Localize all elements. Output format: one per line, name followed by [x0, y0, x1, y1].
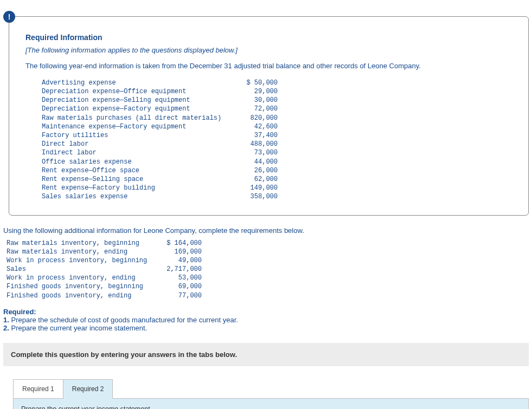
row-label: Office salaries expense — [42, 158, 229, 166]
row-value: 72,000 — [229, 105, 278, 113]
row-value: 820,000 — [229, 114, 278, 122]
tab-required-2[interactable]: Required 2 — [63, 379, 113, 399]
row-label: Rent expense—Office space — [42, 166, 229, 175]
table-row: Direct labor488,000 — [42, 140, 512, 148]
row-value: $ 164,000 — [158, 239, 202, 248]
tab-content-instruction: Prepare the current year income statemen… — [13, 398, 529, 409]
table-row: Rent expense—Office space26,000 — [42, 166, 512, 175]
table-row: Rent expense—Factory building149,000 — [42, 184, 512, 192]
row-label: Sales salaries expense — [42, 192, 229, 201]
trial-balance-table: Advertising expense$ 50,000Depreciation … — [42, 79, 512, 202]
table-row: Sales salaries expense358,000 — [42, 192, 512, 201]
row-value: 488,000 — [229, 140, 278, 148]
table-row: Office salaries expense44,000 — [42, 158, 512, 166]
tabs-row: Required 1 Required 2 — [13, 379, 529, 399]
row-value: 29,000 — [229, 87, 278, 96]
table-row: Raw materials inventory, ending169,000 — [7, 248, 529, 256]
table-row: Depreciation expense—Factory equipment72… — [42, 105, 512, 113]
row-value: 69,000 — [158, 282, 202, 291]
required-item-2: 2. Prepare the current year income state… — [3, 324, 147, 332]
required-block: Required: 1. Prepare the schedule of cos… — [3, 308, 529, 332]
row-value: 26,000 — [229, 166, 278, 175]
table-row: Maintenance expense—Factory equipment42,… — [42, 122, 512, 131]
narrative-text: The following year-end information is ta… — [25, 62, 512, 71]
table-row: Depreciation expense—Office equipment29,… — [42, 87, 512, 96]
table-row: Sales2,717,000 — [7, 265, 529, 274]
table-row: Factory utilities37,400 — [42, 131, 512, 140]
row-label: Sales — [7, 265, 158, 274]
table-row: Work in process inventory, ending53,000 — [7, 274, 529, 282]
row-label: Depreciation expense—Selling equipment — [42, 96, 229, 105]
tab-required-1[interactable]: Required 1 — [13, 379, 63, 399]
required-info-heading: Required Information — [25, 33, 512, 42]
complete-instruction-bar: Complete this question by entering your … — [3, 343, 529, 366]
row-label: Factory utilities — [42, 131, 229, 140]
row-value: 44,000 — [229, 158, 278, 166]
additional-table: Raw materials inventory, beginning$ 164,… — [7, 239, 529, 300]
required-item-1: 1. Prepare the schedule of cost of goods… — [3, 316, 238, 324]
table-row: Advertising expense$ 50,000 — [42, 79, 512, 87]
table-row: Raw materials purchases (all direct mate… — [42, 114, 512, 122]
table-row: Work in process inventory, beginning49,0… — [7, 256, 529, 265]
row-value: 53,000 — [158, 274, 202, 282]
row-value: 37,400 — [229, 131, 278, 140]
row-label: Finished goods inventory, beginning — [7, 282, 158, 291]
row-label: Advertising expense — [42, 79, 229, 87]
table-row: Rent expense—Selling space62,000 — [42, 175, 512, 184]
row-value: 2,717,000 — [158, 265, 202, 274]
row-label: Work in process inventory, beginning — [7, 256, 158, 265]
row-value: 149,000 — [229, 184, 278, 192]
additional-intro: Using the following additional informati… — [3, 226, 529, 235]
table-row: Finished goods inventory, beginning69,00… — [7, 282, 529, 291]
table-row: Raw materials inventory, beginning$ 164,… — [7, 239, 529, 248]
row-value: 62,000 — [229, 175, 278, 184]
row-label: Work in process inventory, ending — [7, 274, 158, 282]
required-title: Required: — [3, 308, 36, 316]
additional-info-section: Using the following additional informati… — [3, 226, 529, 332]
row-label: Raw materials inventory, beginning — [7, 239, 158, 248]
row-label: Rent expense—Factory building — [42, 184, 229, 192]
row-label: Raw materials purchases (all direct mate… — [42, 114, 229, 122]
row-label: Indirect labor — [42, 148, 229, 157]
row-label: Maintenance expense—Factory equipment — [42, 122, 229, 131]
row-label: Rent expense—Selling space — [42, 175, 229, 184]
info-alert-icon: ! — [3, 11, 15, 23]
row-label: Depreciation expense—Office equipment — [42, 87, 229, 96]
row-value: 30,000 — [229, 96, 278, 105]
row-value: 73,000 — [229, 148, 278, 157]
table-row: Depreciation expense—Selling equipment30… — [42, 96, 512, 105]
row-label: Raw materials inventory, ending — [7, 248, 158, 256]
table-row: Indirect labor73,000 — [42, 148, 512, 157]
row-value: 77,000 — [158, 291, 202, 300]
row-value: $ 50,000 — [229, 79, 278, 87]
row-value: 42,600 — [229, 122, 278, 131]
row-label: Depreciation expense—Factory equipment — [42, 105, 229, 113]
row-value: 49,000 — [158, 256, 202, 265]
row-label: Finished goods inventory, ending — [7, 291, 158, 300]
required-info-box: Required Information [The following info… — [9, 16, 529, 216]
row-label: Direct labor — [42, 140, 229, 148]
row-value: 169,000 — [158, 248, 202, 256]
table-row: Finished goods inventory, ending77,000 — [7, 291, 529, 300]
applies-note: [The following information applies to th… — [25, 46, 512, 54]
row-value: 358,000 — [229, 192, 278, 201]
